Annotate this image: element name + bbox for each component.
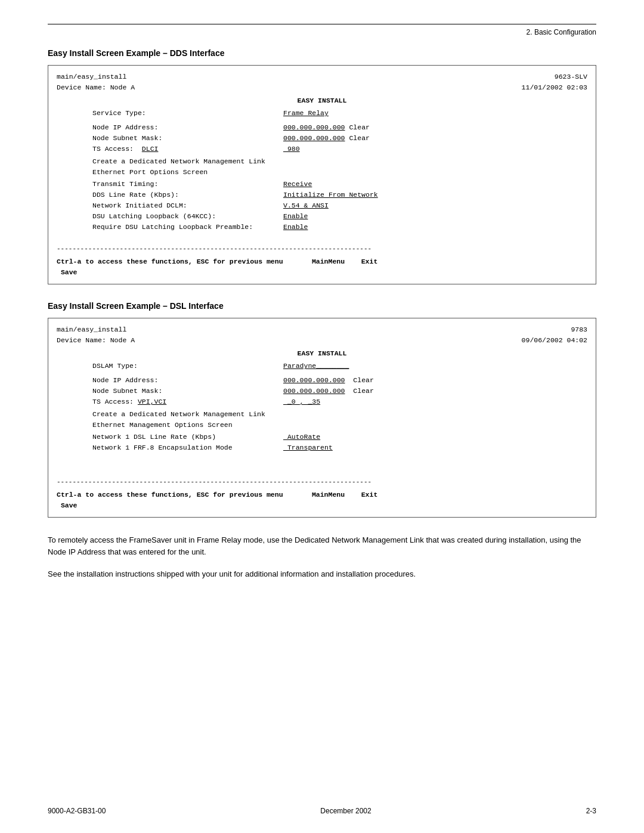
terminal-field-require-dsu: Require DSU Latching Loopback Preamble: …: [92, 222, 587, 233]
field-label: TS Access: VPI,VCI: [92, 397, 283, 407]
field-value: Paradyne________: [283, 361, 349, 371]
field-label: Transmit Timing:: [92, 179, 283, 190]
field-label: Node IP Address:: [92, 122, 283, 133]
field-value: 000.000.000.000: [283, 386, 345, 397]
terminal-field-emos-2: Ethernet Management Options Screen: [92, 420, 587, 431]
terminal-field-node-ip-1: Node IP Address: 000.000.000.000 Clear: [92, 122, 587, 133]
terminal-device-row-2: Device Name: Node A 09/06/2002 04:02: [57, 335, 587, 346]
field-value: 000.000.000.000: [283, 122, 345, 133]
top-rule: [48, 24, 596, 24]
footer-text-2: Ctrl-a to access these functions, ESC fo…: [57, 491, 377, 498]
section2-title: Easy Install Screen Example – DSL Interf…: [48, 301, 596, 311]
terminal-model-1: 9623-SLV: [555, 72, 587, 82]
page-footer: 9000-A2-GB31-00 December 2002 2-3: [48, 807, 596, 815]
terminal-field-subnet-2: Node Subnet Mask: 000.000.000.000 Clear: [92, 386, 587, 397]
terminal-footer-save-1: Save: [57, 267, 587, 278]
field-label: Require DSU Latching Loopback Preamble:: [92, 222, 283, 233]
terminal-field-ts-access-2: TS Access: VPI,VCI _0 , _35: [92, 397, 587, 407]
field-value: 000.000.000.000: [283, 375, 345, 386]
field-label: Node Subnet Mask:: [92, 133, 283, 144]
terminal-path-2: main/easy_install: [57, 324, 126, 335]
footer-right: 2-3: [586, 807, 596, 815]
terminal-field-dds-line-rate: DDS Line Rate (Kbps): Initialize From Ne…: [92, 190, 587, 200]
terminal-field-dslam-type: DSLAM Type: Paradyne________: [92, 361, 587, 371]
field-label: DDS Line Rate (Kbps):: [92, 190, 283, 200]
field-value: Enable: [283, 211, 308, 222]
field-clear: Clear: [345, 133, 370, 144]
page-section-label: 2. Basic Configuration: [48, 28, 596, 36]
footer-text-1: Ctrl-a to access these functions, ESC fo…: [57, 258, 377, 265]
field-value: Initialize From Network: [283, 190, 378, 200]
terminal-field-service-type: Service Type: Frame Relay: [92, 108, 587, 119]
terminal-field-subnet-1: Node Subnet Mask: 000.000.000.000 Clear: [92, 133, 587, 144]
field-label: Network 1 DSL Line Rate (Kbps): [92, 432, 283, 442]
field-value: _0 , _35: [283, 397, 320, 407]
field-label: TS Access: DLCI: [92, 144, 283, 154]
terminal-device-2: Device Name: Node A: [57, 335, 135, 346]
field-value: Enable: [283, 222, 308, 233]
terminal-device-row-1: Device Name: Node A 11/01/2002 02:03: [57, 82, 587, 93]
terminal-datetime-1: 11/01/2002 02:03: [522, 82, 587, 93]
field-value: Transparent: [283, 442, 333, 453]
terminal-field-transmit-timing: Transmit Timing: Receive: [92, 179, 587, 190]
field-clear: Clear: [345, 375, 374, 386]
footer-center: December 2002: [320, 807, 371, 815]
terminal-field-network-dclm: Network Initiated DCLM: V.54 & ANSI: [92, 200, 587, 211]
terminal-header-row-2: main/easy_install 9783: [57, 324, 587, 335]
terminal-field-dsl-line-rate: Network 1 DSL Line Rate (Kbps) AutoRate: [92, 432, 587, 442]
field-value: 980: [283, 144, 300, 154]
terminal-field-dsu-latching: DSU Latching Loopback (64KCC): Enable: [92, 211, 587, 222]
field-label: DSU Latching Loopback (64KCC):: [92, 211, 283, 222]
terminal-model-2: 9783: [571, 324, 587, 335]
terminal-dashes-2: ----------------------------------------…: [57, 477, 587, 487]
terminal-footer-save-2: Save: [57, 500, 587, 511]
field-value: AutoRate: [283, 432, 320, 442]
terminal-box-dds: main/easy_install 9623-SLV Device Name: …: [48, 65, 596, 284]
field-value: 000.000.000.000: [283, 133, 345, 144]
field-label: DSLAM Type:: [92, 361, 283, 371]
terminal-field-epos-1: Ethernet Port Options Screen: [92, 167, 587, 178]
terminal-field-frf8-encap: Network 1 FRF.8 Encapsulation Mode Trans…: [92, 442, 587, 453]
terminal-device-1: Device Name: Node A: [57, 82, 135, 93]
body-paragraph-2: See the installation instructions shippe…: [48, 568, 596, 581]
terminal-dashes-1: ----------------------------------------…: [57, 244, 587, 254]
terminal-box-dsl: main/easy_install 9783 Device Name: Node…: [48, 318, 596, 518]
field-label: Node IP Address:: [92, 375, 283, 386]
field-clear: Clear: [345, 386, 374, 397]
field-label: Network 1 FRF.8 Encapsulation Mode: [92, 442, 283, 453]
section1-title: Easy Install Screen Example – DDS Interf…: [48, 48, 596, 58]
field-label: Network Initiated DCLM:: [92, 200, 283, 211]
field-value: V.54 & ANSI: [283, 200, 329, 211]
terminal-field-dnml-1: Create a Dedicated Network Management Li…: [92, 156, 587, 167]
field-clear: Clear: [345, 122, 370, 133]
terminal-field-dnml-2: Create a Dedicated Network Management Li…: [92, 409, 587, 420]
footer-left: 9000-A2-GB31-00: [48, 807, 106, 815]
terminal-datetime-2: 09/06/2002 04:02: [522, 335, 587, 346]
terminal-path-1: main/easy_install: [57, 72, 126, 82]
terminal-footer-1: Ctrl-a to access these functions, ESC fo…: [57, 256, 587, 267]
field-label: Service Type:: [92, 108, 283, 119]
terminal-field-node-ip-2: Node IP Address: 000.000.000.000 Clear: [92, 375, 587, 386]
body-paragraph-1: To remotely access the FrameSaver unit i…: [48, 534, 596, 559]
terminal-heading-1: EASY INSTALL: [57, 95, 587, 106]
terminal-heading-2: EASY INSTALL: [57, 348, 587, 359]
terminal-header-row: main/easy_install 9623-SLV: [57, 72, 587, 82]
field-label: Node Subnet Mask:: [92, 386, 283, 397]
field-value: Frame Relay: [283, 108, 329, 119]
terminal-footer-2: Ctrl-a to access these functions, ESC fo…: [57, 490, 587, 500]
field-value: Receive: [283, 179, 312, 190]
terminal-field-ts-access-1: TS Access: DLCI 980: [92, 144, 587, 154]
